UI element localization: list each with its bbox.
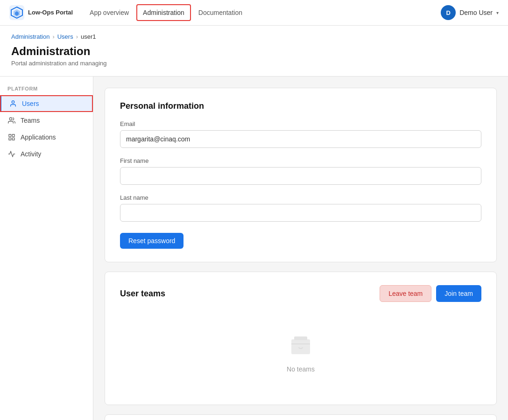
sidebar-item-teams[interactable]: Teams [0, 112, 93, 129]
teams-icon [7, 116, 16, 125]
sidebar-item-users[interactable]: Users [0, 95, 93, 112]
sidebar-item-activity[interactable]: Activity [0, 146, 93, 162]
user-teams-actions: Leave team Join team [380, 285, 481, 302]
join-team-button[interactable]: Join team [436, 285, 481, 302]
svg-rect-9 [12, 138, 14, 140]
user-teams-card: User teams Leave team Join team No teams [105, 272, 497, 405]
nav-links: App overview Administration Documentatio… [84, 4, 430, 21]
email-label: Email [120, 120, 481, 127]
users-icon [9, 99, 17, 108]
logo-link[interactable]: Low-Ops Portal [9, 5, 73, 20]
svg-rect-6 [9, 134, 11, 137]
nav-administration[interactable]: Administration [136, 4, 191, 21]
page-header: Administration › Users › user1 Administr… [0, 26, 508, 77]
personal-info-title: Personal information [120, 101, 481, 111]
svg-point-4 [12, 101, 14, 103]
sidebar-item-activity-label: Activity [21, 150, 41, 158]
breadcrumb-sep-1: › [52, 33, 54, 40]
user-menu[interactable]: D Demo User ▾ [441, 5, 499, 20]
logo-icon [9, 5, 24, 20]
page-subtitle: Portal administration and managing [11, 60, 497, 67]
breadcrumb-users[interactable]: Users [57, 33, 73, 40]
logo-text: Low-Ops Portal [28, 9, 73, 16]
main-content: Personal information Email First name La… [93, 77, 508, 420]
sidebar-item-users-label: Users [22, 100, 39, 107]
user-teams-title: User teams [120, 289, 165, 299]
first-name-label: First name [120, 157, 481, 164]
email-group: Email [120, 120, 481, 148]
leave-team-button[interactable]: Leave team [380, 285, 431, 302]
breadcrumb-sep-2: › [76, 33, 78, 40]
chevron-down-icon: ▾ [496, 10, 499, 15]
breadcrumb-administration[interactable]: Administration [11, 33, 49, 40]
no-teams-icon [286, 330, 316, 360]
apps-icon [7, 133, 16, 141]
nav-documentation[interactable]: Documentation [193, 5, 248, 20]
svg-rect-8 [9, 138, 11, 140]
personal-info-card: Personal information Email First name La… [105, 88, 497, 262]
main-layout: PLATFORM Users Teams [0, 77, 508, 420]
sidebar-item-applications-label: Applications [21, 133, 56, 141]
sidebar-item-teams-label: Teams [21, 117, 40, 124]
svg-point-5 [9, 118, 12, 120]
page-title: Administration [11, 45, 497, 58]
user-avatar: D [441, 5, 456, 20]
no-teams-container: No teams [120, 311, 481, 392]
activity-icon [7, 150, 16, 158]
no-teams-text: No teams [287, 365, 315, 373]
last-name-field[interactable] [120, 204, 481, 222]
svg-rect-11 [294, 336, 307, 340]
first-name-group: First name [120, 157, 481, 185]
user-name: Demo User [459, 9, 493, 16]
last-name-label: Last name [120, 194, 481, 201]
reset-password-button[interactable]: Reset password [120, 233, 183, 249]
breadcrumb: Administration › Users › user1 [11, 33, 497, 40]
sidebar-item-applications[interactable]: Applications [0, 129, 93, 146]
svg-rect-10 [291, 339, 310, 354]
sidebar: PLATFORM Users Teams [0, 77, 93, 420]
user-teams-header: User teams Leave team Join team [120, 285, 481, 302]
email-field[interactable] [120, 130, 481, 148]
delete-user-card: Delete this user This action deletes use… [105, 414, 497, 420]
nav-app-overview[interactable]: App overview [84, 5, 134, 20]
first-name-field[interactable] [120, 167, 481, 185]
last-name-group: Last name [120, 194, 481, 222]
breadcrumb-current: user1 [81, 33, 96, 40]
top-navigation: Low-Ops Portal App overview Administrati… [0, 0, 508, 26]
svg-rect-7 [12, 134, 14, 137]
sidebar-section-label: PLATFORM [0, 86, 93, 95]
